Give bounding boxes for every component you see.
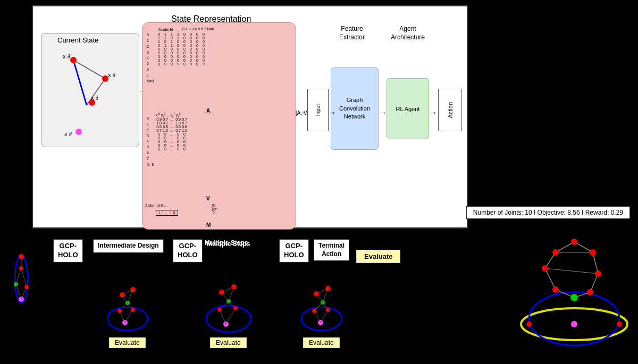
svg-point-91	[587, 289, 593, 295]
svg-point-86	[571, 239, 577, 245]
svg-line-75	[556, 242, 574, 252]
arrow-matrix-to-input: →	[299, 108, 306, 117]
svg-text:3: 3	[68, 54, 70, 57]
top-diagram: State Representation Current State x 0 3…	[32, 5, 468, 228]
svg-line-53	[222, 292, 229, 301]
gcn-box: GraphConvolutionNetwork	[331, 67, 379, 150]
svg-text:x: x	[63, 53, 66, 60]
evaluate-final-badge: Evaluate	[356, 250, 400, 263]
v-matrix: 0.90.7...0.90.7 1.00.7...1.00.7 0.60.8..…	[156, 117, 188, 151]
terminal-action-label: TerminalAction	[314, 239, 349, 261]
action-label: Action	[447, 102, 454, 118]
svg-point-89	[595, 270, 601, 277]
label-v: V	[206, 196, 210, 201]
svg-line-67	[316, 294, 323, 302]
svg-point-87	[590, 249, 596, 256]
arrow-input-gcn: →	[329, 108, 336, 117]
svg-point-4	[70, 57, 77, 63]
label-a: A	[206, 108, 210, 114]
svg-point-88	[542, 265, 548, 272]
action-id-label: Action Id 0 ...	[145, 204, 167, 207]
final-large-graph	[513, 221, 635, 353]
multiple-steps-text: Multiple Steps	[205, 239, 248, 247]
svg-point-16	[75, 129, 82, 135]
svg-text:x: x	[64, 131, 68, 137]
main-container: State Representation Current State x 0 3…	[0, 0, 638, 364]
svg-line-84	[545, 268, 598, 274]
svg-point-93	[571, 321, 577, 327]
evaluate-badge-3: Evaluate	[303, 337, 340, 348]
svg-text:x: x	[108, 72, 111, 78]
m-n-label: (N )2r² 2	[212, 204, 217, 215]
current-state-label: Current State	[57, 36, 98, 44]
svg-line-42	[128, 303, 133, 310]
feature-extractor-label: FeatureExtractor	[328, 25, 376, 41]
svg-text:0: 0	[70, 131, 72, 135]
svg-line-58	[226, 308, 236, 324]
node-id-header: Node Id	[158, 27, 173, 32]
current-state-box: Current State x 0 3 x 0 2 x	[41, 33, 139, 147]
action-box: Action	[438, 89, 462, 131]
gcp-holo-3: GCP-HOLO	[279, 239, 309, 263]
rl-agent-label: RL Agent	[396, 106, 420, 112]
arrow-rl-action: →	[430, 108, 437, 117]
intermediate-design-label: Intermediate Design	[93, 239, 164, 253]
svg-line-78	[593, 252, 598, 274]
svg-line-43	[120, 311, 125, 323]
svg-point-95	[617, 321, 622, 327]
a-matrix: 01110000 11010000 10100000 01100000 0000…	[156, 32, 207, 66]
svg-line-71	[314, 311, 321, 323]
svg-text:2: 2	[113, 72, 115, 76]
input-label: Input	[315, 104, 321, 116]
rl-agent-box: RL Agent	[387, 78, 429, 139]
svg-line-56	[229, 301, 236, 308]
row-ids-a: 01234567N=8	[147, 32, 154, 84]
m-matrix: 1 ... 0	[156, 210, 178, 216]
svg-line-79	[545, 268, 556, 290]
svg-line-77	[574, 242, 593, 252]
initial-state-graph	[5, 236, 45, 311]
terminal-graph	[295, 279, 348, 337]
evaluate-badge-1: Evaluate	[109, 337, 146, 348]
multiple-steps-graph	[199, 279, 258, 337]
info-box: Number of Joints: 10 I Objective: 8.56 I…	[466, 206, 630, 219]
svg-point-92	[570, 294, 578, 301]
input-box: Input	[307, 89, 329, 131]
svg-line-57	[220, 310, 226, 324]
svg-point-85	[552, 249, 559, 256]
svg-point-59	[301, 307, 342, 331]
svg-point-90	[552, 286, 559, 293]
gcn-label: GraphConvolutionNetwork	[339, 96, 370, 121]
svg-line-72	[321, 310, 328, 323]
row-ids-v: 01234567N=8	[147, 116, 154, 168]
gcp-holo-2: GCP-HOLO	[173, 239, 203, 263]
col-ids: 0 1 2 3 4 5 6 7 N=8	[182, 27, 214, 31]
svg-text:x: x	[91, 95, 94, 101]
svg-line-70	[323, 302, 328, 310]
arrow-gcn-rl: →	[379, 108, 387, 117]
label-m: M	[206, 222, 211, 228]
evaluate-badge-2: Evaluate	[210, 337, 247, 348]
svg-line-27	[16, 268, 21, 284]
agent-architecture-label: AgentArchitecture	[381, 25, 434, 41]
intermediate-graph	[101, 279, 154, 337]
gcp-holo-1: GCP-HOLO	[53, 239, 83, 263]
state-matrix-box: Node Id 0 1 2 3 4 5 6 7 N=8 01234567N=8 …	[142, 22, 296, 230]
svg-line-28	[21, 268, 27, 287]
svg-point-31	[107, 307, 148, 331]
svg-point-94	[526, 321, 532, 327]
svg-line-44	[125, 310, 133, 323]
current-state-graph: x 0 3 x 0 2 x 0 1 x 0 0	[44, 47, 135, 140]
svg-point-45	[206, 306, 251, 332]
svg-line-39	[122, 295, 128, 303]
svg-text:1: 1	[96, 95, 98, 99]
